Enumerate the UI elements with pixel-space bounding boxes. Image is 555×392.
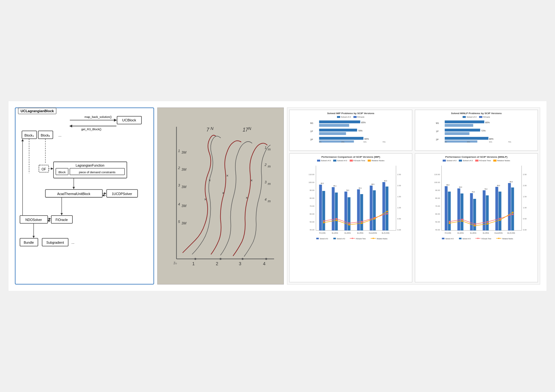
svg-point-222 [461,220,463,222]
svg-text:50.00: 50.00 [435,221,440,223]
svg-text:2P: 2P [436,138,439,141]
svg-point-219 [499,218,501,219]
svg-text:1: 1 [265,146,266,150]
svg-rect-88 [319,129,357,132]
minlp-legend-solved: Solved v4.0 [463,116,476,118]
svg-text:40.00: 40.00 [435,229,440,231]
svg-text:FC(100): FC(100) [319,232,325,234]
svg-point-241 [498,238,500,239]
svg-text:80%: 80% [485,121,490,124]
svg-rect-106 [445,132,470,135]
svg-rect-146 [370,186,373,230]
svg-rect-17 [56,168,68,175]
svg-text:90%: 90% [365,138,369,140]
svg-rect-198 [448,192,451,230]
svg-text:...: ... [72,241,74,244]
svg-rect-200 [458,188,460,230]
svg-text:25%: 25% [467,141,471,143]
svg-text:×: × [246,196,248,200]
svg-text:4: 4 [178,202,180,206]
svg-rect-147 [373,190,376,230]
minlp-perf-chart: Performance Comparison of SCIP Versions … [415,153,538,282]
svg-text:map_back_solution(): map_back_solution() [84,115,112,119]
svg-text:m: m [268,164,271,168]
svg-text:FiOracle Time: FiOracle Time [356,238,366,240]
svg-text:Solved v4.0: Solved v4.0 [320,238,328,240]
svg-point-220 [512,214,514,215]
svg-rect-140 [345,192,347,230]
minlp-legend-fi: FiOracle [479,116,490,118]
svg-text:1P: 1P [436,130,439,132]
svg-text:1.50: 1.50 [397,196,401,198]
svg-text:piece of demand constraints: piece of demand constraints [79,171,115,174]
svg-text:Solved v4.0: Solved v4.0 [446,238,454,240]
svg-text:EL(450): EL(450) [483,232,489,234]
svg-rect-8 [38,131,53,139]
svg-text:50%: 50% [364,141,367,143]
svg-text:2: 2 [216,261,218,266]
svg-rect-101 [445,120,484,123]
svg-text:m: m [268,199,271,203]
svg-point-225 [499,219,501,221]
svg-point-157 [386,213,388,215]
svg-text:3: 3 [178,183,180,187]
svg-text:Domi(500): Domi(500) [495,232,503,234]
svg-text:72%: 72% [481,130,486,132]
svg-text:EL(300): EL(300) [345,232,351,234]
minlp-legend: Solved v4.0 FiOracle [417,116,536,118]
svg-text:110.00: 110.00 [309,174,315,175]
svg-rect-149 [383,182,385,230]
svg-text:NDOSolver: NDOSolver [25,218,42,222]
svg-point-218 [487,221,488,223]
svg-text:N: N [210,126,214,131]
svg-text:OF: OF [41,168,46,171]
svg-text:0.50: 0.50 [397,218,401,220]
svg-text:1.00: 1.00 [523,207,527,209]
svg-text:UCBlock: UCBlock [122,118,136,122]
svg-text:1UCDPSolver: 1UCDPSolver [112,192,132,196]
svg-text:EL(200): EL(200) [458,232,464,234]
svg-text:78%: 78% [358,130,363,132]
svg-text:88%: 88% [489,138,494,140]
svg-text:1.50: 1.50 [523,196,527,198]
minlp-legend-label: Solved v4.0 [466,116,476,118]
svg-rect-92 [319,137,364,140]
mip-hbar-chart: Solved MIP Problems by SCIP Versions Sol… [289,110,412,151]
diagram-svg: UCBlock map_back_solution() get_R3_Block… [16,108,153,284]
svg-rect-143 [357,189,360,230]
svg-text:3₀: 3₀ [173,261,177,265]
svg-text:92.0: 92.0 [384,180,387,182]
svg-text:3: 3 [239,261,241,266]
svg-point-153 [336,218,337,220]
svg-point-238 [477,238,479,239]
svg-rect-233 [442,238,445,239]
svg-point-79 [220,258,221,260]
svg-text:1.00: 1.00 [397,207,401,209]
svg-text:88.5: 88.5 [371,183,375,185]
svg-text:1: 1 [192,261,195,266]
svg-text:3M: 3M [182,150,187,154]
svg-text:Block₁: Block₁ [24,134,34,137]
svg-text:90.00: 90.00 [309,189,315,191]
diagram-title: UCLagrangianBlock [18,108,56,114]
svg-point-217 [474,224,476,225]
svg-rect-19 [70,168,125,175]
svg-point-215 [449,221,450,223]
charts-panel: Solved MIP Problems by SCIP Versions Sol… [287,107,540,285]
svg-rect-110 [445,140,477,143]
svg-rect-207 [486,195,489,230]
svg-rect-213 [511,187,514,230]
svg-text:Block₂: Block₂ [41,134,50,137]
svg-text:5: 5 [178,220,180,224]
svg-text:EL(200): EL(200) [332,232,338,234]
svg-rect-137 [332,187,335,230]
svg-rect-135 [322,191,325,230]
svg-text:2.00: 2.00 [523,185,527,187]
svg-rect-144 [360,194,363,230]
svg-text:Solved v4.0: Solved v4.0 [337,238,345,240]
svg-point-162 [374,218,375,220]
svg-text:×: × [251,178,253,183]
svg-text:0%: 0% [319,141,322,143]
svg-rect-209 [496,187,498,230]
svg-rect-39 [42,238,68,246]
